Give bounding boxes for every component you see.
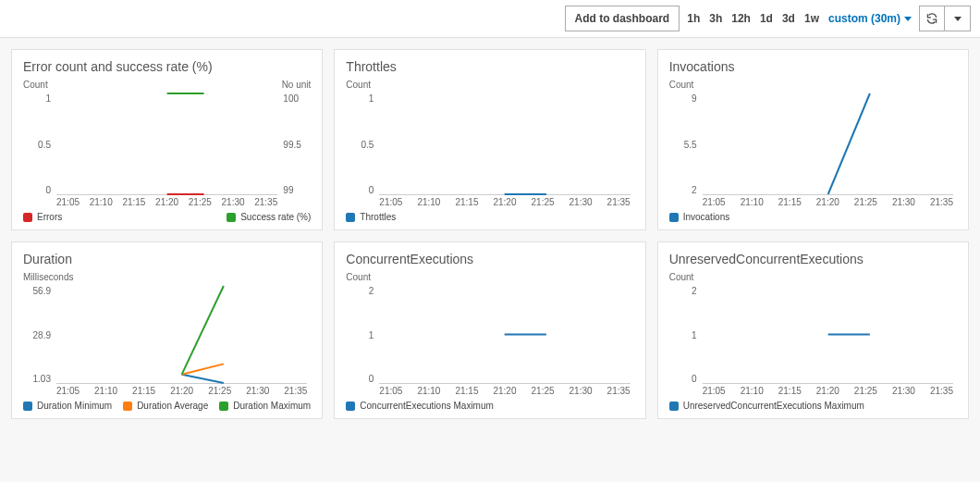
- y-ticks: 2 1 0: [346, 286, 377, 384]
- chart-body: 1 0.5 0 100 99.5 99 21:05 21:10 21:15 21…: [23, 93, 311, 208]
- refresh-menu-button[interactable]: [945, 6, 971, 31]
- legend: Errors Success rate (%): [23, 212, 311, 222]
- y-label: Count: [346, 80, 633, 90]
- swatch: [227, 213, 236, 222]
- legend-item[interactable]: ConcurrentExecutions Maximum: [346, 401, 494, 411]
- caret-down-icon: [954, 17, 962, 21]
- legend-item[interactable]: Errors: [23, 212, 62, 222]
- toolbar: Add to dashboard 1h 3h 12h 1d 3d 1w cust…: [0, 0, 980, 38]
- caret-down-icon: [904, 17, 912, 21]
- card-title: ConcurrentExecutions: [346, 252, 633, 266]
- add-to-dashboard-button[interactable]: Add to dashboard: [565, 6, 680, 31]
- legend: ConcurrentExecutions Maximum: [346, 401, 633, 411]
- card-error-success: Error count and success rate (%) Count N…: [11, 49, 323, 230]
- legend: Duration Minimum Duration Average Durati…: [23, 401, 311, 411]
- legend: UnreservedConcurrentExecutions Maximum: [669, 401, 957, 411]
- legend-item[interactable]: Throttles: [346, 212, 396, 222]
- card-title: Throttles: [346, 59, 633, 74]
- card-title: Duration: [23, 252, 311, 266]
- x-ticks: 21:05 21:10 21:15 21:20 21:25 21:30 21:3…: [379, 197, 630, 208]
- range-3h[interactable]: 3h: [709, 12, 722, 25]
- range-3d[interactable]: 3d: [782, 12, 795, 25]
- range-12h[interactable]: 12h: [731, 12, 751, 25]
- legend-item[interactable]: Duration Minimum: [23, 401, 112, 411]
- swatch: [123, 402, 132, 411]
- y-ticks: 1 0.5 0: [346, 93, 377, 195]
- legend: Invocations: [669, 212, 957, 222]
- plot-area[interactable]: [703, 93, 953, 195]
- y-label: Count: [669, 272, 957, 282]
- y-left-label: Count: [23, 80, 48, 90]
- legend-item[interactable]: Duration Average: [123, 401, 208, 411]
- chart-body: 9 5.5 2 21:05 21:10 21:15 21:20 21:25 21…: [669, 93, 957, 208]
- swatch: [346, 213, 355, 222]
- plot-area[interactable]: [379, 286, 630, 384]
- y-ticks: 56.9 28.9 1.03: [23, 286, 55, 384]
- chart-body: 56.9 28.9 1.03 21:05 21:10 21:15 21:20 2…: [23, 286, 311, 397]
- y-ticks: 2 1 0: [669, 286, 701, 384]
- y-label: Count: [346, 272, 633, 282]
- x-ticks: 21:05 21:10 21:15 21:20 21:25 21:30 21:3…: [379, 386, 630, 397]
- y-label: Count: [669, 80, 957, 90]
- plot-area[interactable]: [379, 93, 630, 195]
- x-ticks: 21:05 21:10 21:15 21:20 21:25 21:30 21:3…: [703, 386, 953, 397]
- swatch: [346, 402, 355, 411]
- range-1w[interactable]: 1w: [804, 12, 819, 25]
- chart-body: 2 1 0 21:05 21:10 21:15 21:20 21:25 21:3…: [669, 286, 957, 397]
- swatch: [219, 402, 228, 411]
- legend-item[interactable]: Success rate (%): [227, 212, 311, 222]
- y-label: Milliseconds: [23, 272, 311, 282]
- card-title: Error count and success rate (%): [23, 59, 311, 74]
- swatch: [669, 213, 679, 222]
- swatch: [23, 213, 32, 222]
- refresh-button[interactable]: [919, 6, 945, 31]
- swatch: [23, 402, 32, 411]
- range-1d[interactable]: 1d: [760, 12, 773, 25]
- legend-item[interactable]: UnreservedConcurrentExecutions Maximum: [669, 401, 864, 411]
- time-range-picker: 1h 3h 12h 1d 3d 1w custom (30m): [687, 12, 912, 25]
- y-ticks: 9 5.5 2: [669, 93, 701, 195]
- chart-body: 2 1 0 21:05 21:10 21:15 21:20 21:25 21:3…: [346, 286, 633, 397]
- x-ticks: 21:05 21:10 21:15 21:20 21:25 21:30 21:3…: [703, 197, 953, 208]
- range-1h[interactable]: 1h: [687, 12, 700, 25]
- refresh-button-group: [919, 6, 971, 31]
- swatch: [669, 402, 679, 411]
- card-concurrent: ConcurrentExecutions Count 2 1 0 21:05 2…: [334, 241, 645, 419]
- card-title: Invocations: [669, 59, 957, 74]
- card-duration: Duration Milliseconds 56.9 28.9 1.03 21:…: [11, 241, 323, 419]
- plot-area[interactable]: [703, 286, 953, 384]
- x-ticks: 21:05 21:10 21:15 21:20 21:25 21:30 21:3…: [56, 197, 277, 208]
- metrics-grid: Error count and success rate (%) Count N…: [0, 38, 980, 430]
- range-custom[interactable]: custom (30m): [828, 12, 912, 25]
- card-title: UnreservedConcurrentExecutions: [669, 252, 957, 266]
- legend: Throttles: [346, 212, 633, 222]
- y-right-label: No unit: [282, 80, 312, 90]
- card-throttles: Throttles Count 1 0.5 0 21:05 21:10 21:1…: [334, 49, 645, 230]
- legend-item[interactable]: Invocations: [669, 212, 730, 222]
- legend-item[interactable]: Duration Maximum: [219, 401, 311, 411]
- refresh-icon: [925, 12, 938, 25]
- card-invocations: Invocations Count 9 5.5 2 21:05 21:10 21…: [657, 49, 969, 230]
- chart-body: 1 0.5 0 21:05 21:10 21:15 21:20 21:25 21…: [346, 93, 633, 208]
- plot-area[interactable]: [56, 93, 277, 195]
- x-ticks: 21:05 21:10 21:15 21:20 21:25 21:30 21:3…: [56, 386, 307, 397]
- card-unreserved-concurrent: UnreservedConcurrentExecutions Count 2 1…: [657, 241, 969, 419]
- range-custom-label: custom (30m): [828, 12, 900, 25]
- y-left-ticks: 1 0.5 0: [23, 93, 55, 195]
- y-right-ticks: 100 99.5 99: [279, 93, 311, 195]
- plot-area[interactable]: [56, 286, 307, 384]
